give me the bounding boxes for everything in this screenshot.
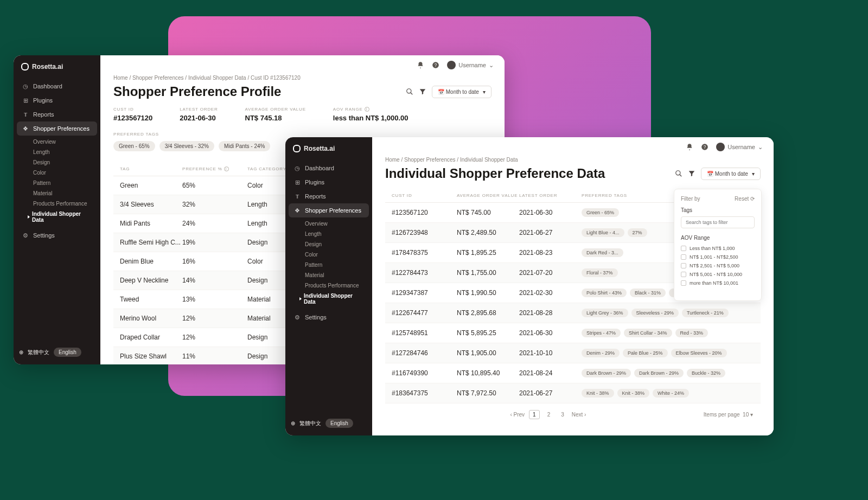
- lang-zh[interactable]: 繁體中文: [299, 420, 321, 427]
- breadcrumb-item[interactable]: Shopper Preferences: [404, 157, 456, 163]
- tags-search-input[interactable]: [681, 216, 755, 228]
- nav-plugins[interactable]: ⊞Plugins: [17, 93, 97, 107]
- tag-pill[interactable]: 3/4 Sleeves - 32%: [159, 141, 214, 151]
- tag-chip[interactable]: Sleeveless - 29%: [631, 309, 679, 317]
- page-3[interactable]: 3: [558, 411, 567, 419]
- table-row[interactable]: #116749390NT$ 10,895.402021-08-24Dark Br…: [385, 363, 761, 383]
- breadcrumb-item[interactable]: Individual Shopper Data: [460, 157, 518, 163]
- nav-reports[interactable]: ⫪Reports: [17, 107, 97, 121]
- lang-zh[interactable]: 繁體中文: [28, 349, 49, 356]
- tag-chip[interactable]: Stripes - 47%: [582, 329, 621, 337]
- help-icon[interactable]: ?: [432, 61, 439, 69]
- subnav-overview[interactable]: Overview: [30, 137, 97, 147]
- page-1[interactable]: 1: [529, 410, 540, 419]
- date-range-select[interactable]: 📅 Month to date▾: [701, 168, 761, 180]
- tag-chip[interactable]: Light Grey - 36%: [582, 309, 628, 317]
- tag-chip[interactable]: Green - 65%: [582, 208, 619, 217]
- logo[interactable]: Rosetta.ai: [14, 55, 100, 76]
- aov-option[interactable]: Less than NT$ 1,000: [681, 244, 755, 253]
- nav-reports[interactable]: ⫪Reports: [289, 189, 369, 203]
- subnav-products-performance[interactable]: Products Performance: [30, 198, 97, 209]
- tag-chip[interactable]: Elbow Sleeves - 20%: [671, 349, 727, 357]
- nav-settings[interactable]: ⚙Settings: [17, 228, 97, 242]
- tag-chip[interactable]: Floral - 37%: [582, 268, 618, 277]
- tag-chip[interactable]: Knit - 38%: [582, 389, 614, 398]
- search-icon[interactable]: [406, 88, 413, 95]
- subnav-pattern[interactable]: Pattern: [302, 260, 369, 270]
- aov-option[interactable]: NT$ 1,001 - NT$2,500: [681, 253, 755, 261]
- table-row[interactable]: #127284746NT$ 1,905.002021-10-10Denim - …: [385, 343, 761, 363]
- subnav-design[interactable]: Design: [30, 157, 97, 168]
- subnav-design[interactable]: Design: [302, 239, 369, 249]
- aov-option[interactable]: NT$ 5,001 - NT$ 10,000: [681, 270, 755, 279]
- bell-icon[interactable]: [417, 61, 424, 69]
- filter-icon[interactable]: [688, 170, 695, 177]
- nav-settings[interactable]: ⚙Settings: [289, 310, 369, 324]
- logo[interactable]: Rosetta.ai: [285, 137, 372, 158]
- page-2[interactable]: 2: [544, 411, 554, 419]
- items-per-page[interactable]: Items per page 10 ▾: [704, 412, 753, 418]
- nav-plugins[interactable]: ⊞Plugins: [289, 175, 369, 189]
- nav-dashboard[interactable]: ◷Dashboard: [17, 79, 97, 93]
- user-menu[interactable]: Username⌄: [716, 143, 763, 151]
- tag-chip[interactable]: Light Blue - 4...: [582, 228, 624, 237]
- tag-chip[interactable]: 27%: [628, 228, 647, 237]
- user-menu[interactable]: Username⌄: [447, 61, 494, 69]
- nav-dashboard[interactable]: ◷Dashboard: [289, 161, 369, 175]
- info-icon[interactable]: i: [224, 166, 229, 171]
- breadcrumb-item[interactable]: Cust ID #123567120: [251, 75, 301, 81]
- logo-icon: [293, 145, 301, 152]
- help-icon[interactable]: ?: [701, 143, 709, 151]
- table-row[interactable]: #125748951NT$ 5,895.252021-06-30Stripes …: [385, 323, 761, 343]
- tag-chip[interactable]: Turtleneck - 21%: [682, 309, 729, 317]
- sidebar-footer: ⊕ 繁體中文 English: [14, 342, 100, 364]
- tag-chip[interactable]: Buckle - 32%: [687, 369, 725, 377]
- svg-text:?: ?: [704, 145, 706, 150]
- tag-pill[interactable]: Midi Pants - 24%: [219, 141, 271, 151]
- subnav-color[interactable]: Color: [30, 168, 97, 178]
- table-row[interactable]: #183647375NT$ 7,972.502021-06-27Knit - 3…: [385, 383, 761, 403]
- search-icon[interactable]: [675, 170, 682, 177]
- breadcrumb-item[interactable]: Individual Shopper Data: [188, 75, 246, 81]
- subnav-length[interactable]: Length: [30, 147, 97, 157]
- lang-en[interactable]: English: [54, 348, 81, 357]
- lang-en[interactable]: English: [326, 419, 353, 428]
- bell-icon[interactable]: [686, 143, 693, 151]
- tag-chip[interactable]: Dark Red - 3...: [582, 248, 623, 257]
- subnav-overview[interactable]: Overview: [302, 219, 369, 229]
- tag-chip[interactable]: Knit - 38%: [617, 389, 650, 398]
- tag-chip[interactable]: Pale Blue - 25%: [623, 349, 668, 357]
- filter-icon[interactable]: [419, 88, 426, 95]
- date-range-select[interactable]: 📅 Month to date▾: [432, 86, 492, 98]
- info-icon[interactable]: i: [365, 107, 369, 112]
- tag-chip[interactable]: Shirt Collar - 34%: [624, 329, 672, 337]
- nav-shopper-prefs[interactable]: ❖Shopper Preferences: [289, 203, 369, 217]
- breadcrumb-item[interactable]: Home: [113, 75, 128, 81]
- tag-chip[interactable]: White - 24%: [653, 389, 689, 398]
- tag-chip[interactable]: Denim - 29%: [582, 349, 620, 357]
- tag-pill[interactable]: Green - 65%: [113, 141, 155, 151]
- subnav-individual-shopper-data[interactable]: Individual Shopper Data: [30, 209, 97, 225]
- subnav-individual-shopper-data[interactable]: Individual Shopper Data: [302, 291, 369, 307]
- subnav-material[interactable]: Material: [30, 188, 97, 198]
- breadcrumb-item[interactable]: Shopper Preferences: [132, 75, 184, 81]
- subnav-color[interactable]: Color: [302, 249, 369, 260]
- next-button[interactable]: Next ›: [572, 412, 586, 418]
- prev-button[interactable]: ‹ Prev: [510, 412, 525, 418]
- subnav-length[interactable]: Length: [302, 229, 369, 239]
- nav-shopper-prefs[interactable]: ❖Shopper Preferences: [17, 121, 97, 136]
- tag-chip[interactable]: Dark Brown - 29%: [582, 369, 631, 377]
- reset-button[interactable]: Reset ⟳: [735, 196, 755, 202]
- subnav-pattern[interactable]: Pattern: [30, 178, 97, 188]
- breadcrumb: Home / Shopper Preferences / Individual …: [113, 75, 492, 81]
- tag-chip[interactable]: Dark Brown - 29%: [634, 369, 684, 377]
- table-row[interactable]: #122674477NT$ 2,895.682021-08-28Light Gr…: [385, 303, 761, 323]
- aov-option[interactable]: more than NT$ 10,001: [681, 279, 755, 287]
- subnav-products-performance[interactable]: Products Performance: [302, 280, 369, 291]
- tag-chip[interactable]: Red - 33%: [675, 329, 709, 337]
- breadcrumb-item[interactable]: Home: [385, 157, 400, 163]
- aov-option[interactable]: NT$ 2,501 - NT$ 5,000: [681, 261, 755, 270]
- subnav-material[interactable]: Material: [302, 270, 369, 280]
- tag-chip[interactable]: Polo Shirt - 43%: [582, 289, 627, 297]
- tag-chip[interactable]: Black - 31%: [630, 289, 666, 297]
